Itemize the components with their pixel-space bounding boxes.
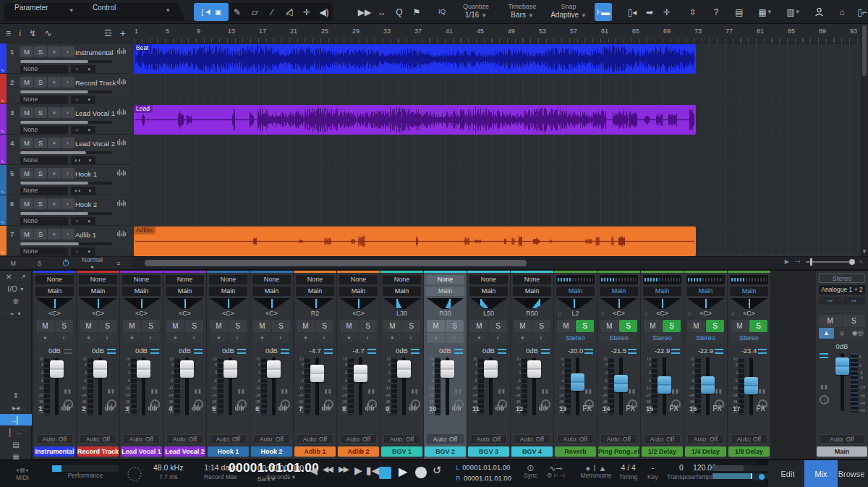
track-pan-control[interactable]: ○▼ <box>71 126 95 134</box>
listen-tool-button[interactable]: ◀) <box>315 3 333 21</box>
channel-mute-button[interactable]: M <box>644 320 662 332</box>
vertical-scrollbar[interactable]: ▼ <box>861 24 868 256</box>
track-name[interactable]: Instrumental <box>75 48 113 56</box>
channel-input-select[interactable]: None <box>339 275 378 284</box>
channel-input-select[interactable]: None <box>122 275 161 284</box>
panel-toggle-icon[interactable]: ▯⌐ <box>854 3 868 21</box>
track-monitor-button[interactable]: ◐ <box>61 46 75 57</box>
fader-cap[interactable] <box>310 365 324 382</box>
pan-value[interactable]: <C> <box>207 310 250 318</box>
channel-record-arm-button[interactable]: ● <box>340 333 358 343</box>
spectrum-icon[interactable]: ▲ <box>819 328 834 339</box>
main-hardware-output[interactable]: Analogue 1 + 2 <box>819 285 865 295</box>
channel-mute-button[interactable]: M <box>210 320 228 332</box>
track-record-arm-button[interactable]: ● <box>48 107 61 118</box>
channel-solo-button[interactable]: S <box>402 320 420 332</box>
channel-solo-button[interactable]: S <box>98 320 116 332</box>
timestretch-icon[interactable]: ↔ <box>373 3 391 21</box>
key-display[interactable]: - Key <box>647 463 658 481</box>
zoom-play-icon[interactable]: ▶ <box>785 258 789 265</box>
narrow-strips-icon[interactable]: ▸◂ <box>0 402 32 414</box>
track-input-dropdown[interactable]: None <box>20 187 68 195</box>
channel-name-label[interactable]: 1/8 Delay <box>728 446 770 457</box>
zoom-preset-icon[interactable]: ≡ <box>859 259 862 264</box>
track-record-arm-button[interactable]: ● <box>48 46 61 57</box>
channel-output-select[interactable]: Main <box>556 287 595 296</box>
track-name[interactable]: Hook 1 <box>75 170 97 178</box>
track-input-dropdown[interactable]: None <box>20 65 68 73</box>
track-input-dropdown[interactable]: None <box>20 217 68 225</box>
pan-slider[interactable] <box>253 298 290 309</box>
io-toggle-button[interactable]: I/O▼ <box>0 283 32 295</box>
track-volume-slider[interactable] <box>20 212 112 215</box>
sends-icon[interactable] <box>107 349 116 354</box>
channel-name-label[interactable]: Lead Vocal 2 <box>164 446 205 457</box>
banks-icon[interactable]: ▤ <box>0 439 32 451</box>
channel-name-label[interactable]: Adlib 1 <box>294 446 336 457</box>
sends-icon[interactable] <box>150 349 159 354</box>
pan-value[interactable]: <C> <box>337 310 380 318</box>
channel-automation-button[interactable]: Auto: Off <box>123 434 160 444</box>
channel-mute-button[interactable]: M <box>731 320 749 332</box>
channel-mute-button[interactable]: M <box>80 320 98 332</box>
track-volume-slider[interactable] <box>20 60 112 63</box>
channel-monitor-button[interactable]: ◐ <box>446 333 464 343</box>
track-name[interactable]: Lead Vocal 1 <box>75 109 115 117</box>
fader-cap[interactable] <box>397 360 411 378</box>
channel-output-select[interactable]: Main <box>122 287 161 296</box>
metronome-control[interactable]: ● ⌇ ▲Metronome <box>576 464 616 479</box>
prev-bar-button[interactable]: ◀ <box>310 465 318 476</box>
plugin-icon[interactable]: ⌁▼ <box>0 308 32 320</box>
main-solo-button[interactable]: S <box>843 315 866 327</box>
channel-monitor-button[interactable]: ◐ <box>272 333 290 343</box>
channel-monitor-button[interactable]: ◐ <box>142 333 160 343</box>
channel-record-arm-button[interactable]: ● <box>210 333 228 343</box>
channel-record-arm-button[interactable]: ● <box>297 333 315 343</box>
next-bar-button[interactable]: ▶ <box>354 465 362 476</box>
track-input-dropdown[interactable]: None <box>20 247 68 255</box>
channel-output-select[interactable]: Main <box>383 287 421 296</box>
channel-monitor-button[interactable]: ◐ <box>532 333 550 343</box>
talkback-mic-icon[interactable]: ⍦ <box>835 328 850 339</box>
channel-solo-button[interactable]: S <box>142 320 160 332</box>
sends-icon[interactable] <box>367 349 376 354</box>
main-output-strip[interactable]: Stereo Analogue 1 + 2 ⊶ ⊶ M S ▲ ⍦ ◉◎ 0dB <box>816 271 868 459</box>
channel-solo-button[interactable]: S <box>576 320 594 332</box>
crosshair-icon[interactable]: ✛ <box>658 3 676 21</box>
input-quantize-label[interactable]: IQ <box>438 7 446 15</box>
channel-output-select[interactable]: Main <box>252 287 291 296</box>
channel-input-select[interactable]: None <box>469 275 508 284</box>
track-mute-button[interactable]: M <box>20 168 33 179</box>
track-name[interactable]: Adlib 1 <box>75 231 96 239</box>
track-input-dropdown[interactable]: None <box>20 126 68 134</box>
mono-toggle-icon[interactable]: ◉◎ <box>850 328 865 339</box>
channel-mute-button[interactable]: M <box>427 320 445 332</box>
channel-solo-button[interactable]: S <box>489 320 507 332</box>
autoscroll-icon[interactable]: ▶▶ <box>356 3 373 21</box>
sends-icon[interactable] <box>454 349 463 354</box>
channel-automation-button[interactable]: Auto: Off <box>514 434 550 444</box>
track-tool-icon[interactable]: ↯ <box>29 28 36 38</box>
channel-output-select[interactable]: Main <box>469 287 508 296</box>
track-monitor-button[interactable]: ◐ <box>61 229 75 240</box>
fader-cap[interactable] <box>744 377 758 394</box>
bend-tool-button[interactable]: ✛ <box>298 3 315 21</box>
track-name[interactable]: Hook 2 <box>75 200 97 208</box>
sends-icon[interactable] <box>671 349 680 354</box>
fader-cap[interactable] <box>267 360 281 378</box>
main-mode-button[interactable]: Stereo <box>819 274 865 283</box>
split-tool-button[interactable]: ∕ <box>263 3 281 21</box>
global-solo-button[interactable]: S <box>26 260 52 267</box>
track-volume-slider[interactable] <box>20 151 112 154</box>
track-pan-control[interactable]: ◖◗▼ <box>71 187 95 195</box>
grid-view-icon[interactable]: ▦ ▼ <box>754 3 777 21</box>
pan-value[interactable]: <C> <box>33 310 76 318</box>
scroll-down-icon[interactable]: ▼ <box>861 248 867 255</box>
channel-automation-button[interactable]: Auto: Off <box>80 434 116 444</box>
track-row[interactable]: ∿6MS●◐Hook 2None○▼ <box>0 195 132 226</box>
track-record-arm-button[interactable]: ● <box>48 229 61 240</box>
channel-output-select[interactable]: Main <box>296 287 334 296</box>
channel-monitor-button[interactable]: ◐ <box>315 333 333 343</box>
fader-cap[interactable] <box>614 375 628 392</box>
channel-mute-button[interactable]: M <box>383 320 401 332</box>
